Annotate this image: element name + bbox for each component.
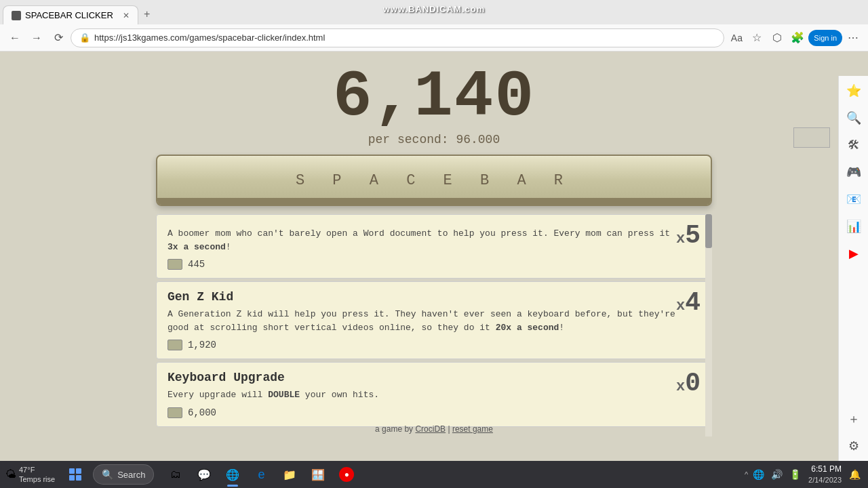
cost-value: 6,000 bbox=[188, 407, 216, 418]
browser-sidebar: ⭐ 🔍 🛠 🎮 📧 📊 ▶ ＋ ⚙ bbox=[838, 76, 868, 461]
upgrade-card-top: Keyboard Upgrade Every upgrade will DOUB… bbox=[167, 371, 701, 418]
upgrade-content: A boomer mom who can't barely open a Wor… bbox=[167, 223, 676, 270]
sidebar-add-icon[interactable]: ＋ bbox=[842, 407, 866, 431]
upgrade-cost: 1,920 bbox=[167, 340, 676, 350]
reading-mode-button[interactable]: Aa bbox=[727, 28, 746, 47]
spacebar-button[interactable]: S P A C E B A R bbox=[156, 155, 712, 206]
nav-bar: ← → ⟳ 🔒 https://js13kgames.com/games/spa… bbox=[0, 24, 868, 52]
url-text: https://js13kgames.com/games/spacebar-cl… bbox=[94, 33, 325, 43]
start-button[interactable] bbox=[60, 461, 90, 488]
taskbar-app-folder[interactable]: 📁 bbox=[276, 461, 303, 488]
cost-value: 445 bbox=[188, 259, 205, 270]
tray-sound-icon[interactable]: 🔊 bbox=[769, 469, 785, 480]
upgrade-desc: Every upgrade will DOUBLE your own hits. bbox=[167, 388, 676, 402]
upgrade-content: Keyboard Upgrade Every upgrade will DOUB… bbox=[167, 371, 676, 418]
taskbar-app-store[interactable]: 🪟 bbox=[304, 461, 332, 488]
per-second-display: per second: 96.000 bbox=[368, 133, 500, 146]
upgrade-multiplier: x0 bbox=[676, 371, 701, 396]
taskbar-app-chrome[interactable]: 🌐 bbox=[219, 461, 246, 488]
taskbar-search-icon: 🔍 bbox=[102, 469, 113, 480]
browser-chrome: SPACEBAR CLICKER ✕ + ← → ⟳ 🔒 https://js1… bbox=[0, 0, 868, 52]
reset-game-link[interactable]: reset game bbox=[452, 424, 493, 434]
back-button[interactable]: ← bbox=[5, 28, 24, 47]
edge-icon: e bbox=[253, 466, 269, 483]
tray-network-icon[interactable]: 🌐 bbox=[751, 469, 766, 480]
sidebar-office-icon[interactable]: 📊 bbox=[842, 214, 866, 239]
tab-title: SPACEBAR CLICKER bbox=[25, 10, 113, 20]
taskbar-app-media[interactable]: ● bbox=[333, 461, 360, 488]
weather-widget[interactable]: 🌤 47°F Temps rise bbox=[0, 465, 60, 485]
address-bar[interactable]: 🔒 https://js13kgames.com/games/spacebar-… bbox=[71, 28, 724, 47]
taskbar-search-box[interactable]: 🔍 Search bbox=[93, 464, 154, 485]
upgrade-desc: A boomer mom who can't barely open a Wor… bbox=[167, 227, 676, 253]
upgrade-card-top: A boomer mom who can't barely open a Wor… bbox=[167, 223, 701, 270]
collections-button[interactable]: ⬡ bbox=[768, 28, 787, 47]
tray-battery-icon[interactable]: 🔋 bbox=[787, 469, 803, 480]
upgrade-title: Gen Z Kid bbox=[167, 290, 676, 304]
taskbar-apps: 🗂 💬 🌐 e 📁 🪟 ● bbox=[162, 461, 739, 488]
upgrade-multiplier: x5 bbox=[676, 223, 701, 249]
windows-logo-icon bbox=[69, 468, 81, 481]
tab-bar: SPACEBAR CLICKER ✕ + bbox=[0, 0, 868, 24]
list-item[interactable]: A boomer mom who can't barely open a Wor… bbox=[156, 214, 712, 279]
footer: a game by CrociDB | reset game bbox=[0, 424, 868, 434]
sidebar-outlook-icon[interactable]: 📧 bbox=[842, 187, 866, 211]
upgrade-card-top: Gen Z Kid A Generation Z kid will help y… bbox=[167, 290, 701, 350]
small-box bbox=[793, 127, 830, 148]
messenger-icon: 💬 bbox=[196, 466, 212, 483]
score-display: 6,140 bbox=[333, 65, 535, 130]
tab-close-button[interactable]: ✕ bbox=[123, 11, 130, 20]
sidebar-tools-icon[interactable]: 🛠 bbox=[842, 133, 866, 157]
sidebar-games-icon[interactable]: 🎮 bbox=[842, 160, 866, 184]
taskbar-app-messenger[interactable]: 💬 bbox=[191, 461, 218, 488]
cost-value: 1,920 bbox=[188, 340, 216, 350]
sidebar-youtube-icon[interactable]: ▶ bbox=[842, 241, 866, 266]
scrollbar-thumb[interactable] bbox=[705, 214, 712, 248]
more-options-button[interactable]: ⋯ bbox=[844, 28, 863, 47]
cost-icon bbox=[167, 340, 182, 350]
upgrade-cost: 6,000 bbox=[167, 407, 676, 418]
upgrades-container: A boomer mom who can't barely open a Wor… bbox=[156, 214, 712, 436]
windows-store-icon: 🪟 bbox=[310, 466, 326, 483]
game-area: 6,140 per second: 96.000 S P A C E B A R… bbox=[0, 52, 868, 436]
list-item[interactable]: Gen Z Kid A Generation Z kid will help y… bbox=[156, 281, 712, 359]
tray-notification-icon[interactable]: 🔔 bbox=[847, 469, 863, 480]
media-player-icon: ● bbox=[339, 467, 354, 482]
favorites-button[interactable]: ☆ bbox=[747, 28, 766, 47]
sidebar-search-icon[interactable]: 🔍 bbox=[842, 106, 866, 130]
upgrade-desc: A Generation Z kid will help you press i… bbox=[167, 308, 676, 334]
sidebar-settings-icon[interactable]: ⚙ bbox=[842, 434, 866, 458]
crociddb-link[interactable]: CrociDB bbox=[415, 424, 446, 434]
lock-icon: 🔒 bbox=[79, 33, 90, 43]
upgrade-cost: 445 bbox=[167, 259, 676, 270]
signin-button[interactable]: Sign in bbox=[808, 30, 842, 46]
folder-icon: 📁 bbox=[281, 466, 298, 483]
scrollbar-track[interactable] bbox=[705, 214, 712, 436]
sidebar-favorites-icon[interactable]: ⭐ bbox=[842, 79, 866, 103]
forward-button[interactable]: → bbox=[27, 28, 46, 47]
nav-actions: Aa ☆ ⬡ 🧩 Sign in ⋯ bbox=[727, 28, 863, 47]
file-explorer-icon: 🗂 bbox=[167, 466, 184, 483]
refresh-button[interactable]: ⟳ bbox=[49, 28, 68, 47]
cost-icon bbox=[167, 407, 182, 418]
weather-info: 47°F Temps rise bbox=[19, 465, 55, 485]
cost-icon bbox=[167, 259, 182, 270]
taskbar-tray: ^ 🌐 🔊 🔋 6:51 PM 2/14/2023 🔔 bbox=[739, 464, 868, 485]
taskbar: 🌤 47°F Temps rise 🔍 Search 🗂 💬 🌐 e bbox=[0, 461, 868, 488]
extensions-button[interactable]: 🧩 bbox=[788, 28, 807, 47]
chrome-icon: 🌐 bbox=[224, 466, 241, 483]
upgrade-content: Gen Z Kid A Generation Z kid will help y… bbox=[167, 290, 676, 350]
active-tab[interactable]: SPACEBAR CLICKER ✕ bbox=[3, 5, 138, 24]
tab-favicon bbox=[12, 11, 21, 20]
upgrades-list: A boomer mom who can't barely open a Wor… bbox=[156, 214, 712, 430]
taskbar-app-edge[interactable]: e bbox=[248, 461, 275, 488]
upgrade-multiplier: x4 bbox=[676, 290, 701, 316]
taskbar-app-file-explorer[interactable]: 🗂 bbox=[162, 461, 189, 488]
tray-expand-button[interactable]: ^ bbox=[745, 470, 748, 479]
weather-icon: 🌤 bbox=[5, 468, 16, 481]
taskbar-clock[interactable]: 6:51 PM 2/14/2023 bbox=[806, 464, 844, 485]
new-tab-button[interactable]: + bbox=[138, 4, 155, 24]
list-item[interactable]: Keyboard Upgrade Every upgrade will DOUB… bbox=[156, 362, 712, 427]
upgrade-title: Keyboard Upgrade bbox=[167, 371, 676, 384]
